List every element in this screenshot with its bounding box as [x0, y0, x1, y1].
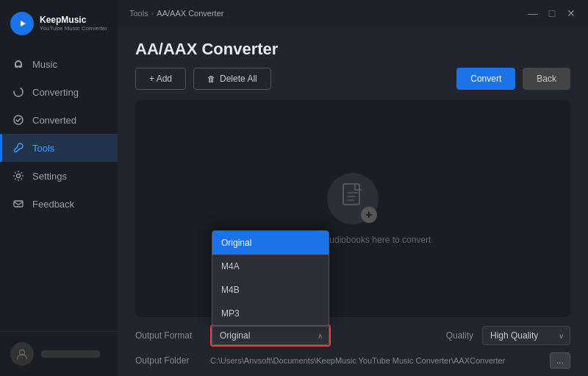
format-select-container: Original M4A M4B MP3 Original ∧: [210, 324, 331, 347]
format-option-m4a[interactable]: M4A: [212, 255, 329, 278]
app-name: KeepMusic: [40, 15, 107, 25]
app-logo: KeepMusic YouTube Music Converter: [0, 0, 118, 50]
quality-label: Quality: [407, 330, 473, 341]
drop-icon: +: [327, 173, 379, 224]
sidebar-item-feedback-label: Feedback: [32, 199, 74, 210]
quality-selected-value: High Quality: [490, 330, 538, 341]
sidebar-nav: Music Converting Converted: [0, 50, 118, 331]
sidebar-item-music-label: Music: [32, 59, 57, 70]
logo-icon: [10, 12, 34, 35]
bottom-controls: Output Format Original M4A M4B MP3 Origi…: [118, 317, 588, 376]
svg-point-2: [14, 88, 23, 96]
sidebar-item-converting-label: Converting: [32, 87, 79, 98]
svg-point-4: [17, 174, 21, 178]
add-button[interactable]: + Add: [135, 68, 186, 90]
back-button-label: Back: [537, 74, 556, 84]
format-select-box[interactable]: Original ∧: [212, 326, 329, 345]
sidebar-item-converted-label: Converted: [32, 115, 76, 126]
sidebar-item-converting[interactable]: Converting: [0, 78, 118, 106]
sidebar-item-feedback[interactable]: Feedback: [0, 190, 118, 218]
format-row: Output Format Original M4A M4B MP3 Origi…: [135, 324, 570, 347]
dropzone[interactable]: + Drag & drop audiobooks here to convert: [135, 100, 570, 317]
delete-icon: 🗑: [207, 74, 215, 83]
window-controls: — □ ✕: [528, 8, 576, 18]
sidebar-bottom: [0, 331, 118, 376]
check-circle-icon: [12, 113, 25, 127]
headphones-icon: [12, 57, 25, 71]
spinner-icon: [12, 85, 25, 99]
convert-button[interactable]: Convert: [456, 68, 515, 90]
format-option-mp3[interactable]: MP3: [212, 302, 329, 325]
svg-rect-7: [343, 184, 359, 205]
main-content: Tools › AA/AAX Converter — □ ✕ AA/AAX Co…: [118, 0, 588, 376]
logo-text: KeepMusic YouTube Music Converter: [40, 15, 107, 32]
app-subtitle: YouTube Music Converter: [40, 25, 107, 32]
folder-path: C:\Users\Anvsoft\Documents\KeepMusic You…: [210, 356, 541, 365]
format-option-m4b[interactable]: M4B: [212, 278, 329, 302]
sidebar-item-settings[interactable]: Settings: [0, 162, 118, 190]
maximize-button[interactable]: □: [547, 8, 557, 18]
toolbar: + Add 🗑 Delete All Convert Back: [118, 68, 588, 100]
format-option-original[interactable]: Original: [212, 231, 329, 255]
avatar: [10, 342, 34, 366]
folder-label: Output Folder: [135, 355, 201, 366]
sidebar-item-tools[interactable]: Tools: [0, 134, 118, 162]
page-header: AA/AAX Converter: [118, 26, 588, 68]
chevron-down-icon: ∨: [559, 332, 564, 340]
convert-button-label: Convert: [470, 74, 501, 84]
chevron-up-icon: ∧: [318, 332, 323, 340]
minimize-button[interactable]: —: [528, 8, 538, 18]
music-file-icon: [342, 182, 364, 214]
format-selected-value: Original: [220, 330, 250, 341]
back-button[interactable]: Back: [523, 68, 570, 90]
title-bar: Tools › AA/AAX Converter — □ ✕: [118, 0, 588, 26]
breadcrumb-separator: ›: [151, 9, 154, 18]
breadcrumb-current: AA/AAX Converter: [157, 9, 223, 18]
sidebar-item-converted[interactable]: Converted: [0, 106, 118, 134]
quality-select-wrapper: High Quality ∨: [482, 326, 570, 345]
sidebar-item-settings-label: Settings: [32, 171, 67, 182]
page-title: AA/AAX Converter: [135, 40, 570, 59]
breadcrumb: Tools › AA/AAX Converter: [129, 9, 223, 18]
plus-icon: +: [361, 207, 377, 223]
folder-row: Output Folder C:\Users\Anvsoft\Documents…: [135, 352, 570, 369]
svg-rect-5: [14, 201, 23, 207]
close-button[interactable]: ✕: [566, 8, 576, 18]
sidebar-item-tools-label: Tools: [32, 143, 54, 154]
sidebar: KeepMusic YouTube Music Converter Music …: [0, 0, 118, 376]
tools-icon: [12, 141, 25, 155]
format-label: Output Format: [135, 330, 201, 341]
folder-browse-button[interactable]: ...: [550, 352, 570, 369]
breadcrumb-parent: Tools: [129, 9, 148, 18]
envelope-icon: [12, 197, 25, 210]
delete-all-label: Delete All: [220, 74, 257, 84]
add-button-label: + Add: [149, 74, 172, 84]
format-dropdown: Original M4A M4B MP3: [212, 230, 329, 326]
sidebar-item-music[interactable]: Music: [0, 50, 118, 78]
user-name: [41, 350, 100, 358]
gear-icon: [12, 169, 25, 182]
delete-all-button[interactable]: 🗑 Delete All: [193, 68, 271, 90]
